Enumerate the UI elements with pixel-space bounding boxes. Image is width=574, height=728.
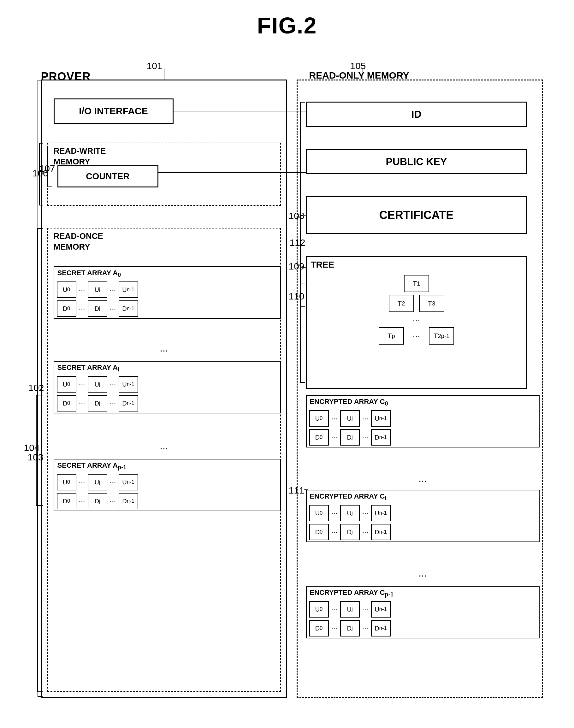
rwm-label: READ-WRITEMEMORY: [54, 146, 106, 167]
id-label: ID: [411, 109, 421, 120]
ref-101: 101: [147, 60, 163, 71]
secret-array-0-row-u: U0 ··· Uj ··· Un-1: [54, 280, 280, 299]
cell-uj: Uj: [88, 281, 107, 298]
cell-un1: Un-1: [119, 281, 138, 298]
secret-array-i-row-d: D0 ··· Dj ··· Dn-1: [54, 394, 280, 413]
certificate-label: CERTIFICATE: [379, 209, 453, 222]
diagram-area: 101 105 102 103 104 106 107 108 109 110 …: [22, 51, 552, 714]
secret-array-i-title: SECRET ARRAY Ai: [54, 362, 280, 375]
tree-content: T1 T2 T3 ··· Tp ··· T2p-1: [307, 272, 526, 347]
secret-array-0-row-d: D0 ··· Dj ··· Dn-1: [54, 299, 280, 318]
tree-node-t1: T1: [404, 275, 429, 292]
enc-array-0-row-d: D0 ··· Dj ··· Dn-1: [307, 428, 539, 447]
enc-array-p1-row-d: D0 ··· Dj ··· Dn-1: [307, 619, 539, 638]
enc-array-i-title: ENCRYPTED ARRAY Ci: [307, 490, 539, 503]
public-key-box: PUBLIC KEY: [306, 149, 527, 174]
ref-105: 105: [350, 60, 366, 71]
certificate-box: CERTIFICATE: [306, 196, 527, 234]
tree-node-t2: T2: [389, 295, 414, 312]
io-interface-box: I/O INTERFACE: [54, 98, 173, 124]
dots-between-i-p1: ···: [48, 440, 280, 457]
public-key-label: PUBLIC KEY: [386, 156, 447, 168]
secret-array-i: SECRET ARRAY Ai U0 ··· Uj ··· Un-1 D0 ··…: [54, 361, 281, 413]
tree-node-t3: T3: [419, 295, 444, 312]
secret-array-p1-row-u: U0 ··· Uj ··· Un-1: [54, 473, 280, 492]
enc-dots-0-i: ···: [306, 473, 540, 489]
rom-label: READ-ONLY MEMORY: [309, 70, 409, 81]
cell-u0: U0: [57, 281, 76, 298]
cell-dj: Dj: [88, 300, 107, 317]
enc-array-0: ENCRYPTED ARRAY C0 U0 ··· Uj ··· Un-1 D0…: [306, 395, 540, 447]
enc-array-0-row-u: U0 ··· Uj ··· Un-1: [307, 409, 539, 428]
enc-dots-i-p1: ···: [306, 567, 540, 584]
rom-once-label: READ-ONCEMEMORY: [54, 231, 103, 252]
enc-array-i-row-d: D0 ··· Dj ··· Dn-1: [307, 523, 539, 541]
secret-array-p1-title: SECRET ARRAY Ap-1: [54, 459, 280, 473]
tree-node-t2p1: T2p-1: [429, 327, 454, 345]
enc-array-p1-row-u: U0 ··· Uj ··· Un-1: [307, 600, 539, 619]
secret-array-p1-row-d: D0 ··· Dj ··· Dn-1: [54, 492, 280, 511]
enc-array-i: ENCRYPTED ARRAY Ci U0 ··· Uj ··· Un-1 D0…: [306, 490, 540, 542]
io-interface-label: I/O INTERFACE: [79, 106, 148, 116]
secret-array-p1: SECRET ARRAY Ap-1 U0 ··· Uj ··· Un-1 D0 …: [54, 459, 281, 511]
counter-box: COUNTER: [57, 165, 158, 188]
cell-d0: D0: [57, 300, 76, 317]
tree-row-1: T1: [404, 275, 429, 292]
tree-dots: ···: [413, 315, 420, 325]
tree-row-p: Tp ··· T2p-1: [379, 327, 454, 345]
enc-array-0-title: ENCRYPTED ARRAY C0: [307, 396, 539, 409]
secret-array-0: SECRET ARRAY A0 U0 ··· Uj ··· Un-1 D0 ··…: [54, 266, 281, 319]
tree-label: TREE: [307, 257, 526, 272]
secret-array-0-title: SECRET ARRAY A0: [54, 267, 280, 280]
cell-dn1: Dn-1: [119, 300, 138, 317]
tree-node-tp: Tp: [379, 327, 404, 345]
ref-104: 104: [24, 442, 40, 453]
rom-once-outer: READ-ONCEMEMORY SECRET ARRAY A0 U0 ··· U…: [47, 228, 281, 692]
enc-array-i-row-u: U0 ··· Uj ··· Un-1: [307, 503, 539, 523]
tree-row-2: T2 T3: [389, 295, 444, 312]
id-box: ID: [306, 102, 527, 127]
rwm-outer: READ-WRITEMEMORY COUNTER: [47, 143, 281, 206]
tree-box: TREE T1 T2 T3 ··· Tp ··· T2p-1: [306, 256, 527, 389]
counter-label: COUNTER: [86, 171, 129, 181]
figure-title: FIG.2: [257, 13, 317, 39]
enc-array-p1-title: ENCRYPTED ARRAY Cp-1: [307, 587, 539, 600]
dots-between-0-i: ···: [48, 342, 280, 359]
secret-array-i-row-u: U0 ··· Uj ··· Un-1: [54, 375, 280, 394]
enc-array-p1: ENCRYPTED ARRAY Cp-1 U0 ··· Uj ··· Un-1 …: [306, 586, 540, 638]
